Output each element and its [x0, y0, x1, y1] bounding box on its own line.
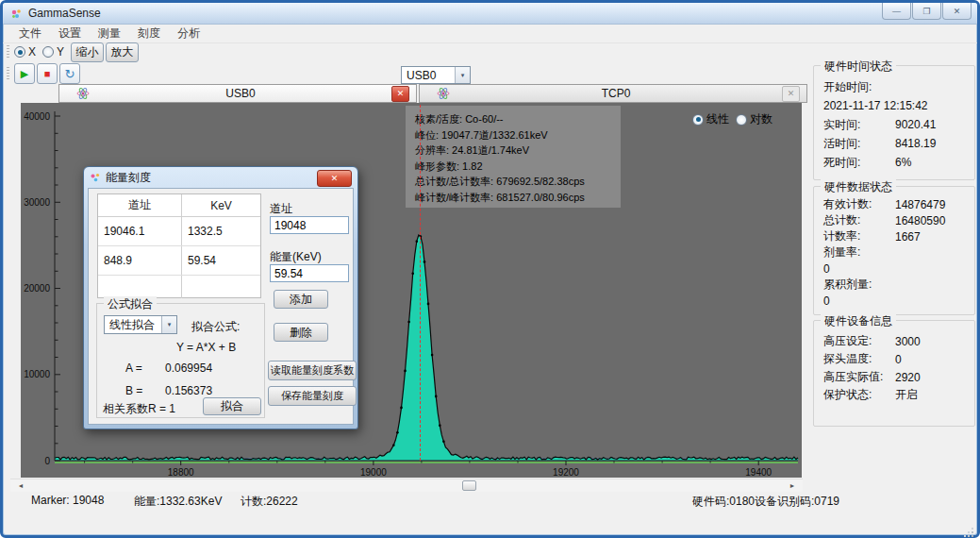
chevron-down-icon[interactable]: ▾: [161, 316, 176, 333]
linear-scale-label: 线性: [706, 111, 729, 127]
statusbar-hardware-code: 硬件码:0180: [692, 494, 755, 510]
resize-grip[interactable]: [962, 526, 964, 528]
atom-icon: [437, 87, 450, 100]
app-window: GammaSense — ❐ ✕ 文件 设置 测量 刻度 分析 X Y 缩小 放…: [0, 0, 980, 538]
window-title: GammaSense: [28, 7, 101, 20]
status-row: 死时间:6%: [814, 153, 974, 172]
play-icon: ▶: [21, 68, 28, 80]
axis-toolbar: X Y 缩小 放大: [3, 42, 141, 62]
tab-usb0-label: USB0: [90, 87, 391, 100]
table-header: 道址 KeV: [98, 194, 260, 217]
hardware-device-group: 硬件设备信息 高压设定:3000 探头温度:0 高压实际值:2920 保护状态:…: [813, 320, 975, 427]
maximize-button[interactable]: ❐: [912, 3, 941, 20]
stop-button[interactable]: ■: [37, 63, 58, 84]
svg-text:19200: 19200: [553, 467, 579, 478]
peak-shape-text: 峰形参数: 1.82: [415, 159, 621, 175]
energy-label: 能量(KeV): [270, 249, 322, 265]
read-calibration-button[interactable]: 读取能量刻度系数: [268, 361, 357, 380]
svg-text:19000: 19000: [360, 467, 387, 478]
dialog-close-button[interactable]: ✕: [317, 170, 352, 187]
axis-y-radio[interactable]: [42, 46, 54, 58]
refresh-icon: ↻: [65, 67, 75, 81]
axis-x-radio[interactable]: [14, 46, 25, 58]
toolbar-grip[interactable]: [7, 45, 9, 59]
svg-text:10000: 10000: [24, 369, 50, 379]
status-row: 总计数:16480590: [814, 212, 974, 228]
tab-tcp0-close-icon[interactable]: ✕: [782, 86, 800, 102]
status-row: 剂量率:: [814, 244, 974, 261]
table-empty-area: [98, 276, 260, 298]
scroll-right-icon[interactable]: ►: [786, 479, 799, 492]
log-scale-radio[interactable]: [736, 114, 747, 126]
status-row: 保护状态:开启: [814, 386, 974, 404]
status-row: 高压设定:3000: [814, 332, 974, 350]
dialog-body: 道址 KeV 19046.1 1332.5 848.9 59.54 道址 能量(…: [88, 188, 354, 425]
menu-file[interactable]: 文件: [10, 25, 50, 42]
svg-text:18800: 18800: [168, 467, 194, 478]
status-row: 活时间:8418.19: [814, 134, 974, 153]
save-calibration-button[interactable]: 保存能量刻度: [268, 386, 357, 406]
status-row: 2021-11-17 12:15:42: [814, 96, 974, 115]
svg-text:40000: 40000: [24, 111, 50, 122]
formula-label: 拟合公式:: [191, 319, 240, 335]
fit-type-value: 线性拟合: [105, 317, 161, 333]
device-select[interactable]: USB0 ▾: [401, 66, 471, 84]
menu-bar: 文件 设置 测量 刻度 分析: [3, 25, 977, 43]
marker-line[interactable]: [420, 105, 421, 461]
coeff-a-value: 0.069954: [165, 361, 212, 375]
statusbar-device-id: 设备识别码:0719: [755, 494, 839, 510]
channel-input[interactable]: [270, 216, 349, 234]
delete-button[interactable]: 删除: [274, 323, 328, 342]
fit-button[interactable]: 拟合: [203, 397, 261, 415]
toolbar-grip[interactable]: [7, 67, 9, 81]
group-title: 硬件时间状态: [821, 59, 896, 75]
resolution-text: 分辨率: 24.81道/1.74keV: [415, 143, 621, 159]
peak-info-overlay: 核素/活度: Co-60/-- 峰位: 19047.7道/1332.61keV …: [406, 106, 621, 208]
add-button[interactable]: 添加: [274, 290, 328, 309]
tab-usb0[interactable]: USB0 ✕: [58, 84, 417, 103]
svg-text:19400: 19400: [745, 467, 772, 478]
status-row: 开始时间:: [814, 77, 974, 96]
fit-type-select[interactable]: 线性拟合 ▾: [104, 315, 177, 334]
peak-counts-text: 峰计数/峰计数率: 681527.0/80.96cps: [415, 190, 621, 206]
stop-icon: ■: [44, 68, 51, 79]
menu-analysis[interactable]: 分析: [169, 25, 208, 42]
zoom-out-button[interactable]: 缩小: [71, 42, 104, 62]
peak-position-text: 峰位: 19047.7道/1332.61keV: [415, 127, 621, 143]
table-row[interactable]: 848.9 59.54: [98, 246, 260, 276]
tab-usb0-close-icon[interactable]: ✕: [391, 86, 409, 102]
table-row[interactable]: 19046.1 1332.5: [98, 217, 260, 246]
status-row: 计数率:1667: [814, 228, 974, 244]
column-channel: 道址: [98, 194, 182, 216]
nuclide-activity-text: 核素/活度: Co-60/--: [415, 111, 621, 127]
menu-measure[interactable]: 测量: [90, 25, 129, 42]
energy-calibration-dialog[interactable]: 能量刻度 ✕ 道址 KeV 19046.1 1332.5 848.9 59.54: [83, 166, 358, 429]
scroll-left-icon[interactable]: ◄: [14, 479, 27, 492]
scale-toggle: 线性 对数: [692, 111, 779, 127]
chevron-down-icon[interactable]: ▾: [455, 67, 470, 83]
menu-calibration[interactable]: 刻度: [129, 25, 169, 42]
title-bar[interactable]: GammaSense — ❐ ✕: [3, 3, 977, 25]
group-title: 硬件数据状态: [821, 179, 896, 195]
minimize-button[interactable]: —: [882, 3, 911, 20]
device-select-value: USB0: [402, 69, 455, 82]
linear-scale-radio[interactable]: [692, 114, 704, 126]
dialog-title: 能量刻度: [106, 170, 151, 186]
dialog-title-bar[interactable]: 能量刻度 ✕: [84, 167, 357, 188]
tab-tcp0-label: TCP0: [450, 87, 782, 100]
calibration-table[interactable]: 道址 KeV 19046.1 1332.5 848.9 59.54: [97, 193, 261, 298]
scrollbar-thumb[interactable]: [462, 480, 476, 491]
status-row: 有效计数:14876479: [814, 196, 974, 212]
channel-label: 道址: [270, 201, 292, 217]
svg-text:30000: 30000: [24, 197, 50, 208]
energy-input[interactable]: [270, 264, 349, 282]
menu-settings[interactable]: 设置: [50, 25, 90, 42]
refresh-button[interactable]: ↻: [59, 63, 80, 84]
zoom-in-button[interactable]: 放大: [106, 42, 139, 62]
start-button[interactable]: ▶: [14, 63, 35, 84]
coeff-b-label: B =: [125, 384, 142, 397]
formula-fit-group: 公式拟合 线性拟合 ▾ 拟合公式: Y = A*X + B A = 0.0699…: [96, 303, 265, 418]
tab-tcp0[interactable]: TCP0 ✕: [419, 84, 807, 103]
close-button[interactable]: ✕: [942, 3, 972, 20]
horizontal-scrollbar[interactable]: ◄ ►: [10, 479, 803, 492]
